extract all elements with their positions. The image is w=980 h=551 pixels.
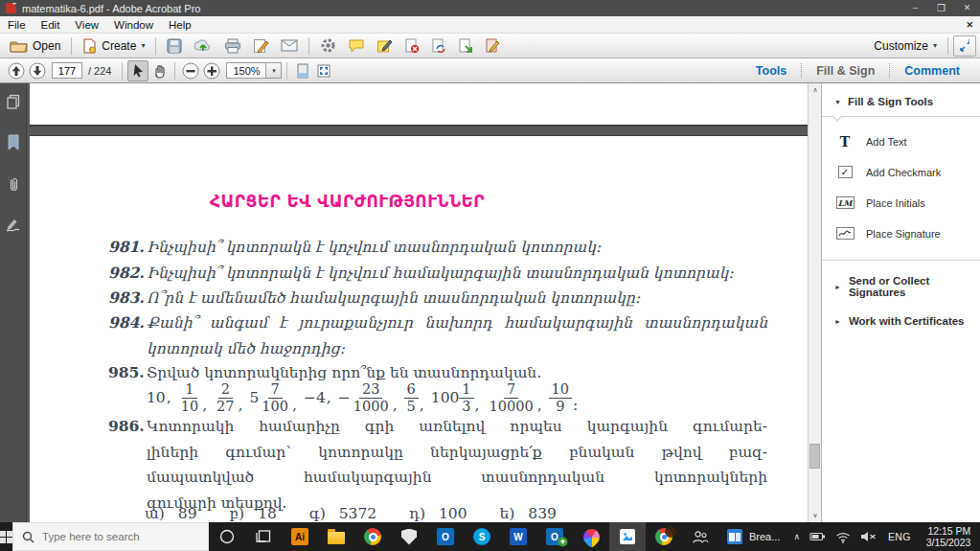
scrolling-mode-button[interactable] xyxy=(292,60,313,81)
zoom-dropdown-button[interactable]: ▾ xyxy=(266,62,282,79)
task-view-button[interactable] xyxy=(245,522,282,551)
fraction: 227 xyxy=(214,381,237,413)
bookmarks-icon[interactable] xyxy=(7,134,20,150)
zoom-level-value: 150% xyxy=(233,65,260,77)
answer-numerator: 18 xyxy=(253,505,282,522)
add-checkmark-item[interactable]: ✓ Add Checkmark xyxy=(822,159,980,185)
replace-page-button[interactable] xyxy=(425,35,452,57)
previous-page-button[interactable] xyxy=(6,60,27,81)
word-icon: W xyxy=(510,528,527,545)
document-pane[interactable]: ՀԱՐՑԵՐ ԵՎ ՎԱՐԺՈՒԹՅՈՒՆՆԵՐ 981. Ինչպիսի՞ կ… xyxy=(27,83,808,522)
fill-sign-link[interactable]: Fill & Sign xyxy=(802,64,889,78)
work-with-certificates-group[interactable]: ► Work with Certificates xyxy=(822,307,980,335)
maximize-button[interactable]: ❐ xyxy=(928,0,954,16)
print-button[interactable] xyxy=(218,35,247,57)
scroll-down-arrow[interactable]: ∨ xyxy=(809,509,822,522)
customize-button[interactable]: Customize ▾ xyxy=(868,35,943,57)
zoom-out-button[interactable] xyxy=(180,60,201,81)
close-button[interactable]: ✕ xyxy=(954,0,980,16)
fullscreen-button[interactable] xyxy=(953,35,976,57)
problem-line: լիների գումար՝ կոտորակը ներկայացրե՛ք բնա… xyxy=(147,440,767,466)
share-cloud-button[interactable] xyxy=(188,35,218,57)
numerator: 10 xyxy=(549,381,572,398)
answer-numerator: 839 xyxy=(523,505,561,522)
send-collect-signatures-group[interactable]: ► Send or Collect Signatures xyxy=(822,266,980,307)
delete-page-button[interactable] xyxy=(399,35,425,57)
select-tool-button[interactable] xyxy=(127,60,148,81)
comment-tool-button[interactable] xyxy=(342,35,371,57)
taskbar-search[interactable] xyxy=(12,522,209,551)
minimize-button[interactable]: – xyxy=(902,0,928,16)
chrome-profile-button[interactable] xyxy=(646,522,682,551)
sign-note-button[interactable] xyxy=(371,35,399,57)
language-indicator[interactable]: ENG xyxy=(881,531,918,542)
word-button[interactable]: W xyxy=(500,522,536,551)
menu-file[interactable]: File xyxy=(0,19,34,31)
save-button[interactable] xyxy=(161,35,188,57)
skype-button[interactable]: S xyxy=(464,522,500,551)
open-button[interactable]: Open xyxy=(4,35,66,57)
place-initials-item[interactable]: LM Place Initials xyxy=(822,190,980,216)
menu-window[interactable]: Window xyxy=(106,19,161,31)
fraction: 231000 xyxy=(351,381,392,413)
vertical-scrollbar[interactable]: ∧ ∨ xyxy=(808,83,821,522)
cortana-button[interactable] xyxy=(209,522,245,551)
sign-document-button[interactable] xyxy=(247,35,275,57)
place-signature-item[interactable]: Place Signature xyxy=(822,220,980,246)
answer-item: բ)18 xyxy=(230,505,282,522)
problem-text: Ո՞րն է ամենամեծ համակարգային տասնորդական… xyxy=(147,286,767,311)
fill-sign-panel: ▼ Fill & Sign Tools T Add Text ✓ Add Che… xyxy=(821,83,980,522)
menu-edit[interactable]: Edit xyxy=(34,19,68,31)
edit-page-button[interactable] xyxy=(479,35,506,57)
create-button[interactable]: Create ▾ xyxy=(77,35,150,57)
create-document-icon xyxy=(82,38,97,54)
chevron-down-icon: ▾ xyxy=(933,41,937,50)
clock[interactable]: 12:15 PM 3/15/2023 xyxy=(918,525,980,549)
previous-page-bottom xyxy=(30,83,808,126)
page-thumbnails-icon[interactable] xyxy=(6,94,21,109)
email-button[interactable] xyxy=(275,35,304,57)
signatures-icon[interactable] xyxy=(5,218,21,232)
search-input[interactable] xyxy=(42,531,195,542)
comment-link[interactable]: Comment xyxy=(890,64,974,78)
fit-page-button[interactable] xyxy=(313,60,334,81)
tray-app-button[interactable]: Brea... xyxy=(718,529,788,544)
zoom-level-field[interactable]: 150% xyxy=(226,62,266,79)
next-page-button[interactable] xyxy=(27,60,48,81)
time-label: 12:15 PM xyxy=(927,525,970,538)
settings-button[interactable] xyxy=(314,35,342,57)
page-number-input[interactable] xyxy=(52,62,82,79)
paint-app-button[interactable] xyxy=(573,522,609,551)
problem-text: Կոտորակի համարիչը գրի առնելով որպես կարգ… xyxy=(147,414,767,516)
document-refresh-icon xyxy=(431,38,446,54)
windows-security-button[interactable] xyxy=(391,522,427,551)
fraction: 13 xyxy=(459,381,473,413)
photos-app-button[interactable] xyxy=(609,522,646,551)
add-text-item[interactable]: T Add Text xyxy=(822,128,980,154)
outlook-sync-button[interactable]: O xyxy=(536,522,573,551)
outlook-button[interactable]: O xyxy=(427,522,464,551)
menu-help[interactable]: Help xyxy=(161,19,199,31)
start-button[interactable] xyxy=(0,522,12,551)
illustrator-button[interactable]: Ai xyxy=(282,522,318,551)
scrollbar-thumb[interactable] xyxy=(809,444,820,469)
chrome-button[interactable] xyxy=(354,522,391,551)
close-toolbar-icon[interactable]: ✕ xyxy=(966,20,973,30)
file-explorer-button[interactable] xyxy=(318,522,354,551)
network-button[interactable] xyxy=(831,531,855,543)
people-button[interactable] xyxy=(682,522,718,551)
battery-button[interactable] xyxy=(805,531,831,542)
zoom-in-button[interactable] xyxy=(201,60,222,81)
hand-tool-button[interactable] xyxy=(148,60,170,81)
menu-view[interactable]: View xyxy=(67,19,106,31)
fraction-token: 10, xyxy=(147,389,171,406)
tools-link[interactable]: Tools xyxy=(741,64,801,78)
attachments-paperclip-icon[interactable] xyxy=(7,175,20,193)
separator: , xyxy=(475,397,480,414)
show-hidden-icons-button[interactable]: ∧ xyxy=(788,532,805,541)
fill-sign-tools-header[interactable]: ▼ Fill & Sign Tools xyxy=(822,83,980,116)
place-initials-label: Place Initials xyxy=(866,197,925,209)
extract-page-button[interactable] xyxy=(452,35,479,57)
scroll-up-arrow[interactable]: ∧ xyxy=(809,83,822,97)
volume-button[interactable] xyxy=(855,531,881,542)
